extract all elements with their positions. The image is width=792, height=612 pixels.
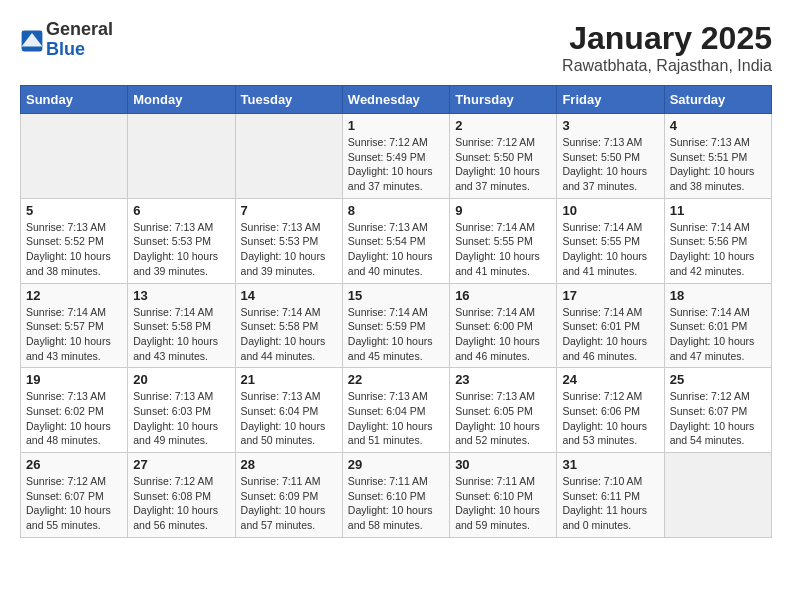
day-number: 29 (348, 457, 444, 472)
calendar-cell: 30Sunrise: 7:11 AM Sunset: 6:10 PM Dayli… (450, 453, 557, 538)
day-info: Sunrise: 7:13 AM Sunset: 5:51 PM Dayligh… (670, 135, 766, 194)
day-info: Sunrise: 7:14 AM Sunset: 5:55 PM Dayligh… (562, 220, 658, 279)
day-number: 3 (562, 118, 658, 133)
title-block: January 2025 Rawatbhata, Rajasthan, Indi… (562, 20, 772, 75)
day-info: Sunrise: 7:12 AM Sunset: 6:08 PM Dayligh… (133, 474, 229, 533)
calendar-cell: 26Sunrise: 7:12 AM Sunset: 6:07 PM Dayli… (21, 453, 128, 538)
calendar-cell: 13Sunrise: 7:14 AM Sunset: 5:58 PM Dayli… (128, 283, 235, 368)
week-row-2: 5Sunrise: 7:13 AM Sunset: 5:52 PM Daylig… (21, 198, 772, 283)
day-number: 22 (348, 372, 444, 387)
day-number: 8 (348, 203, 444, 218)
calendar-cell: 2Sunrise: 7:12 AM Sunset: 5:50 PM Daylig… (450, 114, 557, 199)
day-number: 7 (241, 203, 337, 218)
calendar-cell (235, 114, 342, 199)
weekday-header-wednesday: Wednesday (342, 86, 449, 114)
day-number: 15 (348, 288, 444, 303)
day-info: Sunrise: 7:14 AM Sunset: 5:58 PM Dayligh… (241, 305, 337, 364)
calendar-header: SundayMondayTuesdayWednesdayThursdayFrid… (21, 86, 772, 114)
day-number: 24 (562, 372, 658, 387)
day-number: 10 (562, 203, 658, 218)
day-info: Sunrise: 7:11 AM Sunset: 6:10 PM Dayligh… (455, 474, 551, 533)
day-info: Sunrise: 7:14 AM Sunset: 6:00 PM Dayligh… (455, 305, 551, 364)
day-info: Sunrise: 7:12 AM Sunset: 5:49 PM Dayligh… (348, 135, 444, 194)
day-number: 13 (133, 288, 229, 303)
day-number: 20 (133, 372, 229, 387)
day-number: 16 (455, 288, 551, 303)
day-info: Sunrise: 7:14 AM Sunset: 6:01 PM Dayligh… (562, 305, 658, 364)
weekday-header-saturday: Saturday (664, 86, 771, 114)
day-number: 5 (26, 203, 122, 218)
logo-icon (20, 29, 44, 53)
calendar-cell (128, 114, 235, 199)
day-info: Sunrise: 7:13 AM Sunset: 6:04 PM Dayligh… (241, 389, 337, 448)
page-header: General Blue January 2025 Rawatbhata, Ra… (20, 20, 772, 75)
calendar-cell: 28Sunrise: 7:11 AM Sunset: 6:09 PM Dayli… (235, 453, 342, 538)
week-row-4: 19Sunrise: 7:13 AM Sunset: 6:02 PM Dayli… (21, 368, 772, 453)
calendar-cell: 17Sunrise: 7:14 AM Sunset: 6:01 PM Dayli… (557, 283, 664, 368)
day-info: Sunrise: 7:14 AM Sunset: 5:58 PM Dayligh… (133, 305, 229, 364)
day-number: 17 (562, 288, 658, 303)
logo: General Blue (20, 20, 113, 60)
calendar-cell: 18Sunrise: 7:14 AM Sunset: 6:01 PM Dayli… (664, 283, 771, 368)
day-number: 12 (26, 288, 122, 303)
day-info: Sunrise: 7:14 AM Sunset: 5:56 PM Dayligh… (670, 220, 766, 279)
calendar-cell: 29Sunrise: 7:11 AM Sunset: 6:10 PM Dayli… (342, 453, 449, 538)
day-info: Sunrise: 7:14 AM Sunset: 6:01 PM Dayligh… (670, 305, 766, 364)
day-info: Sunrise: 7:12 AM Sunset: 6:07 PM Dayligh… (670, 389, 766, 448)
calendar-cell: 8Sunrise: 7:13 AM Sunset: 5:54 PM Daylig… (342, 198, 449, 283)
calendar-cell: 5Sunrise: 7:13 AM Sunset: 5:52 PM Daylig… (21, 198, 128, 283)
calendar-cell (21, 114, 128, 199)
day-info: Sunrise: 7:13 AM Sunset: 5:52 PM Dayligh… (26, 220, 122, 279)
calendar-cell: 21Sunrise: 7:13 AM Sunset: 6:04 PM Dayli… (235, 368, 342, 453)
day-info: Sunrise: 7:14 AM Sunset: 5:59 PM Dayligh… (348, 305, 444, 364)
weekday-header-sunday: Sunday (21, 86, 128, 114)
day-info: Sunrise: 7:13 AM Sunset: 5:53 PM Dayligh… (133, 220, 229, 279)
calendar-cell: 6Sunrise: 7:13 AM Sunset: 5:53 PM Daylig… (128, 198, 235, 283)
day-number: 9 (455, 203, 551, 218)
day-number: 1 (348, 118, 444, 133)
day-info: Sunrise: 7:13 AM Sunset: 5:54 PM Dayligh… (348, 220, 444, 279)
week-row-3: 12Sunrise: 7:14 AM Sunset: 5:57 PM Dayli… (21, 283, 772, 368)
day-info: Sunrise: 7:12 AM Sunset: 6:07 PM Dayligh… (26, 474, 122, 533)
calendar-cell: 4Sunrise: 7:13 AM Sunset: 5:51 PM Daylig… (664, 114, 771, 199)
day-number: 18 (670, 288, 766, 303)
day-number: 19 (26, 372, 122, 387)
day-info: Sunrise: 7:13 AM Sunset: 5:50 PM Dayligh… (562, 135, 658, 194)
logo-general: General (46, 20, 113, 40)
weekday-header-tuesday: Tuesday (235, 86, 342, 114)
day-info: Sunrise: 7:12 AM Sunset: 6:06 PM Dayligh… (562, 389, 658, 448)
calendar-cell: 7Sunrise: 7:13 AM Sunset: 5:53 PM Daylig… (235, 198, 342, 283)
day-info: Sunrise: 7:13 AM Sunset: 6:05 PM Dayligh… (455, 389, 551, 448)
day-number: 26 (26, 457, 122, 472)
logo-text: General Blue (46, 20, 113, 60)
day-info: Sunrise: 7:14 AM Sunset: 5:55 PM Dayligh… (455, 220, 551, 279)
calendar-cell: 25Sunrise: 7:12 AM Sunset: 6:07 PM Dayli… (664, 368, 771, 453)
day-info: Sunrise: 7:13 AM Sunset: 6:03 PM Dayligh… (133, 389, 229, 448)
day-number: 31 (562, 457, 658, 472)
weekday-header-friday: Friday (557, 86, 664, 114)
weekday-header-monday: Monday (128, 86, 235, 114)
calendar-cell: 22Sunrise: 7:13 AM Sunset: 6:04 PM Dayli… (342, 368, 449, 453)
day-number: 11 (670, 203, 766, 218)
calendar-title: January 2025 (562, 20, 772, 57)
calendar-cell: 14Sunrise: 7:14 AM Sunset: 5:58 PM Dayli… (235, 283, 342, 368)
day-number: 21 (241, 372, 337, 387)
calendar-cell: 27Sunrise: 7:12 AM Sunset: 6:08 PM Dayli… (128, 453, 235, 538)
calendar-body: 1Sunrise: 7:12 AM Sunset: 5:49 PM Daylig… (21, 114, 772, 538)
calendar-cell: 19Sunrise: 7:13 AM Sunset: 6:02 PM Dayli… (21, 368, 128, 453)
day-info: Sunrise: 7:13 AM Sunset: 5:53 PM Dayligh… (241, 220, 337, 279)
day-number: 27 (133, 457, 229, 472)
calendar-cell: 31Sunrise: 7:10 AM Sunset: 6:11 PM Dayli… (557, 453, 664, 538)
calendar-cell: 3Sunrise: 7:13 AM Sunset: 5:50 PM Daylig… (557, 114, 664, 199)
calendar-cell: 15Sunrise: 7:14 AM Sunset: 5:59 PM Dayli… (342, 283, 449, 368)
day-number: 28 (241, 457, 337, 472)
day-info: Sunrise: 7:13 AM Sunset: 6:04 PM Dayligh… (348, 389, 444, 448)
week-row-5: 26Sunrise: 7:12 AM Sunset: 6:07 PM Dayli… (21, 453, 772, 538)
calendar-table: SundayMondayTuesdayWednesdayThursdayFrid… (20, 85, 772, 538)
calendar-cell: 1Sunrise: 7:12 AM Sunset: 5:49 PM Daylig… (342, 114, 449, 199)
logo-blue: Blue (46, 40, 113, 60)
day-info: Sunrise: 7:10 AM Sunset: 6:11 PM Dayligh… (562, 474, 658, 533)
day-number: 4 (670, 118, 766, 133)
calendar-cell: 12Sunrise: 7:14 AM Sunset: 5:57 PM Dayli… (21, 283, 128, 368)
day-info: Sunrise: 7:11 AM Sunset: 6:10 PM Dayligh… (348, 474, 444, 533)
